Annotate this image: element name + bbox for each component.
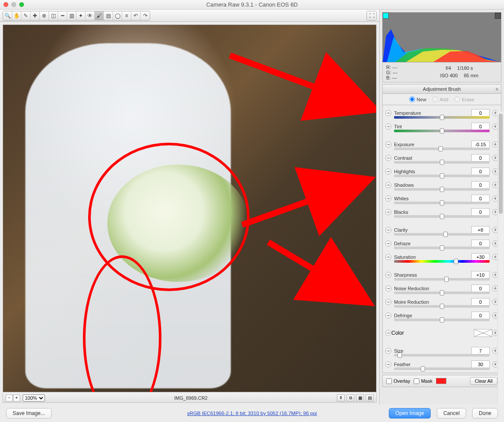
shadow-clip-warning-icon[interactable] (383, 13, 389, 19)
open-image-button[interactable]: Open Image (389, 408, 431, 419)
color-swatch[interactable] (474, 329, 492, 337)
target-adjust-tool-icon[interactable]: ⊕ (40, 11, 49, 20)
minus-icon[interactable]: − (385, 227, 391, 233)
mode-new-radio[interactable]: New (409, 96, 426, 102)
slider-track[interactable] (394, 367, 490, 370)
straighten-tool-icon[interactable]: ━ (58, 11, 67, 20)
minus-icon[interactable]: − (385, 110, 391, 116)
zoom-tool-icon[interactable]: 🔍 (3, 11, 12, 20)
slider-track[interactable] (394, 260, 490, 263)
clear-all-button[interactable]: Clear All (470, 377, 497, 385)
defringe-value-input[interactable] (471, 312, 490, 319)
crop-tool-icon[interactable]: ◫ (49, 11, 58, 20)
minus-icon[interactable]: − (385, 312, 391, 319)
slider-track[interactable] (394, 116, 490, 119)
minus-icon[interactable]: − (385, 361, 391, 367)
slider-track[interactable] (394, 161, 490, 164)
minus-icon[interactable]: − (385, 168, 391, 175)
minus-icon[interactable]: − (385, 272, 391, 278)
zoom-select[interactable]: 100% (23, 395, 45, 401)
highlight-clip-warning-icon[interactable] (495, 13, 501, 19)
clarity-value-input[interactable] (471, 226, 490, 234)
minus-icon[interactable]: − (385, 141, 391, 148)
slider-thumb[interactable] (440, 214, 444, 219)
panel-menu-icon[interactable]: ≡ (496, 87, 498, 92)
tint-value-input[interactable] (471, 123, 490, 130)
moire-value-input[interactable] (471, 298, 490, 306)
histogram[interactable] (382, 12, 501, 62)
slider-thumb[interactable] (454, 259, 458, 264)
spot-removal-tool-icon[interactable]: ✦ (76, 11, 86, 20)
cancel-button[interactable]: Cancel (437, 408, 466, 419)
graduated-filter-tool-icon[interactable]: ▤ (104, 11, 113, 20)
slider-track[interactable] (394, 130, 490, 132)
minus-icon[interactable]: − (385, 285, 391, 292)
feather-value-input[interactable] (471, 360, 490, 368)
noise-value-input[interactable] (471, 285, 490, 292)
slider-thumb[interactable] (440, 128, 444, 134)
color-sampler-tool-icon[interactable]: ✚ (31, 11, 40, 20)
mask-checkbox[interactable]: Mask (414, 378, 432, 384)
mask-color-swatch[interactable] (436, 378, 446, 384)
mode-add-radio[interactable]: Add (432, 96, 449, 102)
minus-icon[interactable]: − (385, 348, 391, 354)
minus-icon[interactable]: − (385, 254, 391, 260)
fullscreen-icon[interactable]: ⛶ (367, 11, 376, 20)
panel-scrollbar[interactable] (497, 112, 504, 405)
blacks-value-input[interactable] (471, 208, 490, 216)
sharpness-value-input[interactable] (471, 271, 490, 279)
minus-icon[interactable]: − (385, 196, 391, 202)
hand-tool-icon[interactable]: ✋ (12, 11, 21, 20)
mode-erase-radio[interactable]: Erase (454, 96, 474, 102)
exposure-value-input[interactable] (471, 141, 490, 148)
contrast-value-input[interactable] (471, 154, 490, 162)
minus-icon[interactable]: − (385, 240, 391, 247)
filter-icon[interactable]: ⚱ (337, 395, 345, 401)
red-eye-tool-icon[interactable]: 👁 (86, 11, 95, 20)
slider-label: Clarity (394, 227, 408, 233)
slider-track[interactable] (394, 188, 490, 191)
slider-track[interactable] (394, 148, 490, 150)
compare-icon[interactable]: ⧉ (346, 395, 354, 401)
overlay-checkbox[interactable]: Overlay (386, 378, 410, 384)
size-value-input[interactable] (471, 347, 490, 355)
transform-tool-icon[interactable]: ▥ (67, 11, 76, 20)
highlights-value-input[interactable] (471, 168, 490, 175)
white-balance-tool-icon[interactable]: ✎ (21, 11, 31, 20)
thumbnails-icon[interactable]: ▤ (366, 395, 374, 401)
preview-icon[interactable]: ▦ (356, 395, 364, 401)
slider-track[interactable] (394, 354, 490, 357)
slider-track[interactable] (394, 202, 490, 204)
rotate-cw-icon[interactable]: ↷ (141, 11, 150, 20)
adjustment-brush-tool-icon[interactable]: 🖌 (95, 11, 104, 20)
slider-track[interactable] (394, 305, 490, 308)
temperature-value-input[interactable] (471, 109, 490, 117)
zoom-in-button[interactable]: + (13, 395, 20, 401)
save-image-button[interactable]: Save Image... (6, 408, 51, 419)
slider-track[interactable] (394, 278, 490, 281)
slider-track[interactable] (394, 215, 490, 218)
zoom-out-button[interactable]: − (6, 395, 13, 401)
image-canvas[interactable] (3, 24, 377, 392)
minus-icon[interactable]: − (385, 182, 391, 188)
dehaze-value-input[interactable] (471, 240, 490, 247)
slider-track[interactable] (394, 292, 490, 294)
slider-thumb[interactable] (440, 317, 444, 323)
done-button[interactable]: Done (472, 408, 498, 419)
slider-track[interactable] (394, 319, 490, 321)
minus-icon[interactable]: − (385, 299, 391, 305)
rotate-ccw-icon[interactable]: ↶ (131, 11, 141, 20)
minus-icon[interactable]: − (385, 330, 391, 336)
slider-track[interactable] (394, 175, 490, 177)
minus-icon[interactable]: − (385, 209, 391, 215)
minus-icon[interactable]: − (385, 155, 391, 161)
slider-thumb[interactable] (421, 366, 425, 371)
presets-tool-icon[interactable]: ≡ (122, 11, 131, 20)
minus-icon[interactable]: − (385, 124, 391, 130)
slider-track[interactable] (394, 247, 490, 249)
slider-track[interactable] (394, 233, 490, 236)
whites-value-input[interactable] (471, 195, 490, 202)
radial-filter-tool-icon[interactable]: ◯ (113, 11, 122, 20)
shadows-value-input[interactable] (471, 181, 490, 189)
saturation-value-input[interactable] (471, 253, 490, 261)
